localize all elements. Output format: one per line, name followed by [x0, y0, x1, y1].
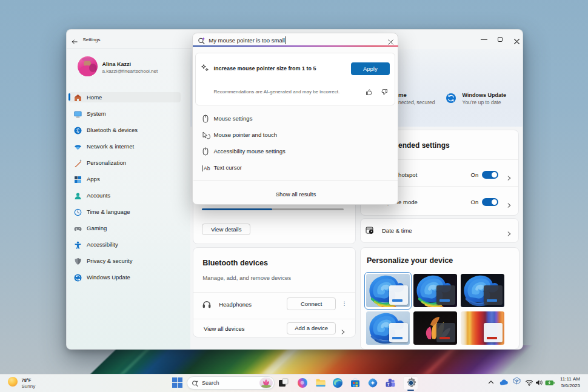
svg-text:Ab: Ab — [204, 165, 210, 171]
